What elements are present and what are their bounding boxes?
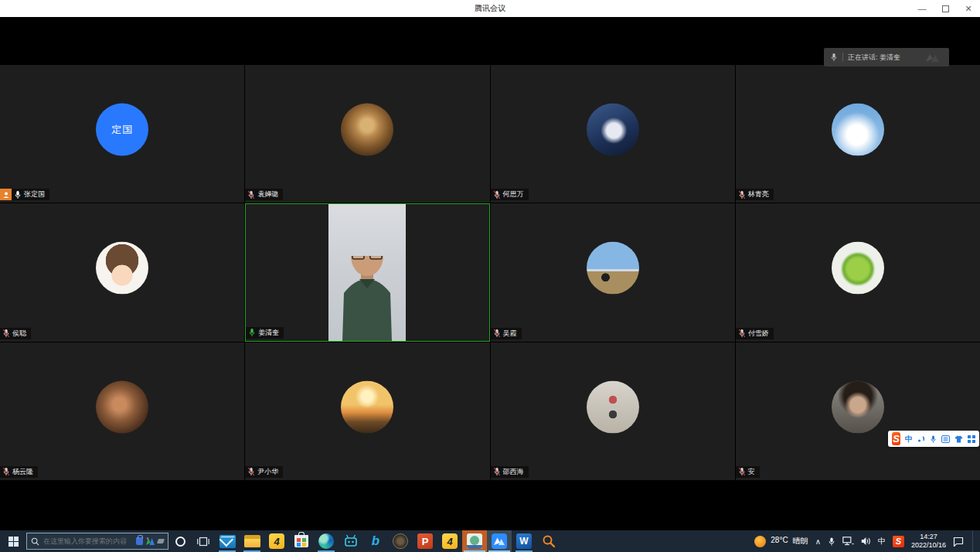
participant-tile[interactable]: 何思万 xyxy=(491,65,735,203)
mic-speaking-icon xyxy=(248,328,256,337)
participant-tile[interactable]: 定国 张定国 xyxy=(0,65,244,203)
powerpoint-icon: P xyxy=(417,533,433,549)
mail-icon xyxy=(219,535,236,548)
participant-tile[interactable]: 林青亮 xyxy=(736,65,980,203)
name-row: 袁婵璐 xyxy=(245,189,283,200)
taskbar-app-game[interactable] xyxy=(388,530,413,552)
tray-volume-icon[interactable] xyxy=(861,537,871,546)
close-button[interactable]: ✕ xyxy=(957,0,980,17)
sogou-logo-icon[interactable]: S xyxy=(892,432,900,445)
avatar xyxy=(587,380,639,433)
tray-microphone-icon[interactable] xyxy=(828,537,835,547)
mic-muted-icon xyxy=(738,329,746,338)
minimize-button[interactable]: — xyxy=(910,0,934,17)
name-row: 张定国 xyxy=(0,189,49,200)
weather-widget[interactable]: 28°C 晴朗 xyxy=(754,536,808,547)
start-button[interactable] xyxy=(0,530,26,552)
mic-muted-icon xyxy=(247,467,255,476)
cortana-icon xyxy=(175,537,185,547)
taskbar-app-four-a[interactable]: 4 xyxy=(264,530,289,552)
live-video xyxy=(328,204,406,340)
taskbar-search-box[interactable] xyxy=(26,533,168,550)
orange-magnifier-icon xyxy=(542,534,556,548)
participant-name: 尹小华 xyxy=(257,467,278,477)
action-center-icon[interactable] xyxy=(953,537,964,547)
colorful-m-icon xyxy=(145,537,155,546)
toolbox-grid-icon[interactable] xyxy=(968,435,975,443)
participant-tile-active-speaker[interactable]: 姜清奎 xyxy=(245,203,489,341)
ime-menu-icon[interactable] xyxy=(941,435,950,443)
avatar xyxy=(341,380,393,433)
tv-robot-icon xyxy=(343,533,359,549)
windows-logo-icon xyxy=(9,537,19,547)
clock-date: 2022/10/16 xyxy=(911,541,946,550)
voice-input-icon[interactable] xyxy=(930,434,937,444)
meeting-logo-watermark xyxy=(924,53,943,63)
task-view-icon xyxy=(197,537,209,547)
divider xyxy=(842,53,843,62)
participant-tile[interactable]: 吴霞 xyxy=(491,203,735,341)
taskbar-clock[interactable]: 14:27 2022/10/16 xyxy=(911,533,946,550)
ime-mode-chinese[interactable]: 中 xyxy=(905,434,913,445)
shopping-bag-icon xyxy=(136,537,143,545)
restore-button[interactable] xyxy=(934,0,957,17)
taskbar-app-powerpoint[interactable]: P xyxy=(413,530,437,552)
participant-tile[interactable]: 袁婵璐 xyxy=(245,65,489,203)
meeting-window-icon xyxy=(467,533,482,549)
participant-tile[interactable]: 侯聪 xyxy=(0,203,244,341)
taskbar-app-store[interactable] xyxy=(289,530,314,552)
show-desktop-strip[interactable] xyxy=(972,530,975,552)
sun-icon xyxy=(754,536,766,547)
tray-network-display-icon[interactable] xyxy=(842,537,854,546)
name-row: 吴霞 xyxy=(491,328,522,339)
tray-sogou-icon[interactable]: S xyxy=(893,536,904,547)
taskbar-app-four-b[interactable]: 4 xyxy=(437,530,462,552)
mic-muted-icon xyxy=(2,467,10,476)
participant-tile[interactable]: 邵西海 xyxy=(491,342,735,480)
wing-icon xyxy=(157,539,165,543)
sogou-ime-toolbar: S 中 xyxy=(888,431,979,447)
taskbar-app-search-tool[interactable] xyxy=(536,530,561,552)
punctuation-mode-icon[interactable] xyxy=(917,435,925,443)
participant-tile[interactable]: 尹小华 xyxy=(245,342,489,480)
participant-name: 安 xyxy=(748,467,755,477)
search-icon xyxy=(31,537,39,546)
participant-tile[interactable]: 杨云隆 xyxy=(0,342,244,480)
folder-icon xyxy=(244,535,260,547)
mic-muted-icon xyxy=(493,329,501,338)
avatar-initials: 定国 xyxy=(111,123,133,137)
restore-icon xyxy=(942,5,949,12)
taskbar-app-word[interactable]: W xyxy=(512,530,536,552)
tray-ime-indicator[interactable]: 中 xyxy=(878,536,886,547)
participant-name: 吴霞 xyxy=(503,329,517,339)
name-row: 付雪娇 xyxy=(736,328,774,339)
taskbar-app-meeting-active[interactable] xyxy=(462,530,487,552)
taskbar-app-bing[interactable]: b xyxy=(363,530,388,552)
participant-name: 林青亮 xyxy=(748,189,769,199)
skin-shirt-icon[interactable] xyxy=(954,435,963,443)
participant-tile[interactable]: 付雪娇 xyxy=(736,203,980,341)
name-row: 邵西海 xyxy=(491,466,529,478)
avatar: 定国 xyxy=(96,104,148,156)
taskbar-app-tv-robot[interactable] xyxy=(339,530,363,552)
mic-muted-icon xyxy=(738,467,746,476)
search-highlight-icons[interactable] xyxy=(136,537,164,546)
mic-muted-icon xyxy=(493,467,501,476)
name-row: 林青亮 xyxy=(736,189,774,200)
participant-tile[interactable]: 安 xyxy=(736,342,980,480)
task-view-button[interactable] xyxy=(192,530,215,552)
search-input[interactable] xyxy=(43,537,132,545)
window-title: 腾讯会议 xyxy=(475,3,505,14)
taskbar-app-edge[interactable] xyxy=(314,530,339,552)
mic-muted-icon xyxy=(738,190,746,199)
window-controls: — ✕ xyxy=(910,0,980,17)
tray-expand-chevron[interactable]: ∧ xyxy=(815,537,821,546)
bing-icon: b xyxy=(372,533,379,549)
taskbar-app-mail[interactable] xyxy=(215,530,240,552)
avatar xyxy=(341,104,393,156)
name-row: 尹小华 xyxy=(245,466,283,478)
clock-time: 14:27 xyxy=(911,533,946,541)
taskbar-app-file-explorer[interactable] xyxy=(240,530,264,552)
taskbar-app-tencent-meeting[interactable] xyxy=(487,530,512,552)
cortana-button[interactable] xyxy=(168,530,192,552)
